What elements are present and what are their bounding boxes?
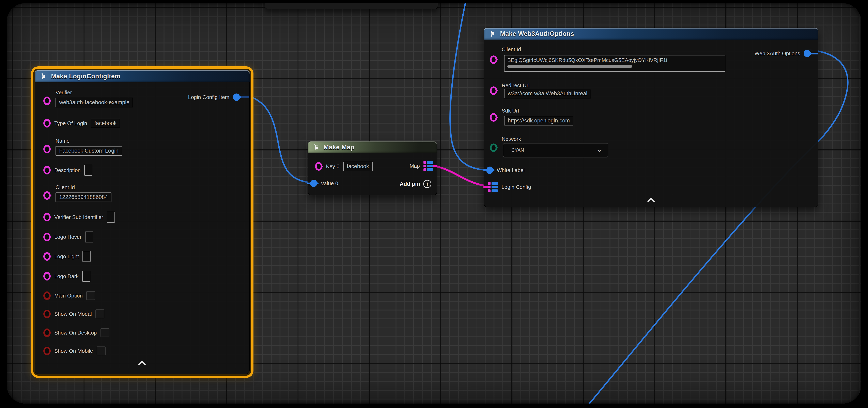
- pin-label: Web 3Auth Options: [754, 50, 800, 57]
- pin-row-verifier: Verifier web3auth-facebook-example: [56, 90, 133, 107]
- offscreen-node-bottom[interactable]: [265, 3, 438, 9]
- pin-row-description: Description: [43, 164, 92, 176]
- network-dropdown[interactable]: CYAN ⌄: [503, 143, 608, 158]
- input-pin-key0[interactable]: [315, 162, 322, 171]
- input-pin-login-config[interactable]: [488, 182, 498, 192]
- node-header-make-web3authoptions[interactable]: Make Web3AuthOptions: [484, 28, 818, 40]
- chevron-up-icon: [138, 361, 146, 368]
- make-map-icon: [312, 143, 320, 151]
- node-make-map[interactable]: Make Map Key 0 facebook Map Value 0 Add …: [308, 141, 437, 195]
- node-make-web3authoptions[interactable]: Make Web3AuthOptions Web 3Auth Options C…: [484, 28, 818, 207]
- node-make-loginconfigitem[interactable]: Make LoginConfigItem Login Config Item V…: [35, 70, 250, 374]
- input-pin-logo-hover[interactable]: [43, 233, 51, 241]
- pin-label: Show On Modal: [54, 311, 92, 317]
- add-pin-label: Add pin: [400, 181, 420, 187]
- input-pin-name[interactable]: [43, 145, 51, 154]
- chevron-up-icon: [647, 197, 655, 205]
- input-pin-description[interactable]: [43, 166, 51, 174]
- pin-label: Logo Dark: [54, 273, 79, 279]
- pin-label: Main Option: [54, 293, 83, 299]
- horizontal-scrollbar[interactable]: [507, 65, 632, 68]
- pin-row-login-config-item: Login Config Item: [188, 91, 240, 103]
- verifier-sub-identifier-input[interactable]: [107, 212, 115, 223]
- add-pin-button[interactable]: Add pin +: [400, 180, 431, 188]
- input-pin-client-id[interactable]: [43, 191, 51, 200]
- input-pin-logo-light[interactable]: [43, 252, 51, 261]
- pin-row-key0: Key 0 facebook: [315, 160, 373, 172]
- show-on-mobile-checkbox[interactable]: [97, 346, 105, 355]
- pin-label: Value 0: [321, 180, 338, 186]
- output-pin-login-config-item[interactable]: [233, 94, 240, 101]
- pin-row-logo-dark: Logo Dark: [43, 270, 90, 282]
- pin-row-type-of-login: Type Of Login facebook: [43, 117, 120, 129]
- show-on-desktop-checkbox[interactable]: [100, 328, 110, 337]
- input-pin-white-label[interactable]: [486, 167, 493, 174]
- pin-label: Login Config: [501, 184, 531, 190]
- verifier-input[interactable]: web3auth-facebook-example: [56, 98, 133, 107]
- key0-input[interactable]: facebook: [343, 162, 373, 171]
- wire-map-to-loginconfig[interactable]: [429, 166, 492, 186]
- client-id-input[interactable]: 1222658941886084: [56, 193, 112, 202]
- description-input[interactable]: [84, 165, 92, 176]
- logo-dark-input[interactable]: [82, 271, 90, 282]
- collapse-node-button[interactable]: [647, 199, 655, 204]
- pin-row-show-on-desktop: Show On Desktop: [43, 327, 110, 339]
- pin-row-client-id: Client Id 1222658941886084: [56, 184, 112, 202]
- blueprint-graph-canvas[interactable]: Make LoginConfigItem Login Config Item V…: [7, 3, 861, 404]
- node-header-make-loginconfigitem[interactable]: Make LoginConfigItem: [35, 70, 250, 82]
- node-header-make-map[interactable]: Make Map: [308, 141, 437, 153]
- pin-row-map-output: Map: [409, 160, 433, 172]
- pin-row-web3auth-options: Web 3Auth Options: [754, 47, 811, 60]
- node-title: Make LoginConfigItem: [51, 73, 120, 80]
- pin-label: Logo Hover: [54, 234, 82, 240]
- node-title: Make Web3AuthOptions: [500, 30, 574, 37]
- input-pin-sdk-url[interactable]: [490, 113, 497, 122]
- redirect-url-input[interactable]: w3a://com.w3a.Web3AuthUnreal: [504, 89, 591, 98]
- pin-label: Map: [409, 163, 420, 169]
- output-pin-map[interactable]: [424, 161, 433, 171]
- sdk-url-input[interactable]: https://sdk.openlogin.com: [504, 116, 574, 126]
- pin-label: Login Config Item: [188, 94, 229, 100]
- client-id-input[interactable]: BEglQSgt4cUWcj6SKRdu5QkOXTsePmMcusG5EAoy…: [504, 55, 725, 72]
- pin-label: Show On Mobile: [54, 348, 93, 354]
- pin-label: White Label: [497, 167, 525, 173]
- input-pin-logo-dark[interactable]: [43, 272, 51, 280]
- pin-row-login-config: Login Config: [488, 181, 531, 193]
- name-input[interactable]: Facebook Custom Login: [56, 146, 122, 156]
- pin-label: Description: [54, 167, 81, 173]
- plus-circle-icon: +: [423, 180, 431, 188]
- input-pin-network[interactable]: [490, 143, 497, 152]
- pin-label: Key 0: [326, 163, 340, 170]
- pin-label: Logo Light: [54, 253, 79, 260]
- make-struct-icon: [39, 72, 48, 80]
- input-pin-type-of-login[interactable]: [43, 119, 51, 128]
- pin-row-show-on-modal: Show On Modal: [43, 308, 104, 320]
- show-on-modal-checkbox[interactable]: [95, 309, 104, 318]
- logo-light-input[interactable]: [83, 251, 91, 262]
- pin-row-logo-hover: Logo Hover: [43, 231, 93, 243]
- pin-row-value0: Value 0: [310, 177, 338, 190]
- type-of-login-input[interactable]: facebook: [91, 118, 120, 128]
- input-pin-main-option[interactable]: [43, 292, 51, 300]
- pin-row-main-option: Main Option: [43, 290, 95, 302]
- collapse-node-button[interactable]: [138, 362, 146, 367]
- pin-row-logo-light: Logo Light: [43, 250, 91, 263]
- input-pin-redirect-url[interactable]: [490, 87, 497, 95]
- pin-label: Client Id: [56, 184, 75, 191]
- main-option-checkbox[interactable]: [86, 291, 95, 300]
- input-pin-client-id[interactable]: [490, 56, 497, 64]
- pin-label-network: Network: [502, 136, 521, 142]
- input-pin-value0[interactable]: [310, 180, 317, 187]
- input-pin-verifier[interactable]: [43, 97, 51, 105]
- input-pin-show-on-modal[interactable]: [43, 310, 51, 318]
- output-pin-web3auth-options[interactable]: [804, 50, 811, 57]
- input-pin-show-on-mobile[interactable]: [43, 347, 51, 355]
- pin-label-client-id: Client Id: [502, 46, 521, 53]
- pin-label-sdk-url: Sdk Url: [502, 108, 519, 114]
- input-pin-verifier-sub-identifier[interactable]: [43, 213, 51, 222]
- logo-hover-input[interactable]: [85, 232, 93, 242]
- blueprint-editor-screenshot: { "colors": { "selection_orange": "#F2A4…: [0, 0, 868, 408]
- pin-row-name: Name Facebook Custom Login: [56, 138, 122, 156]
- node-title: Make Map: [323, 144, 354, 151]
- input-pin-show-on-desktop[interactable]: [43, 329, 51, 337]
